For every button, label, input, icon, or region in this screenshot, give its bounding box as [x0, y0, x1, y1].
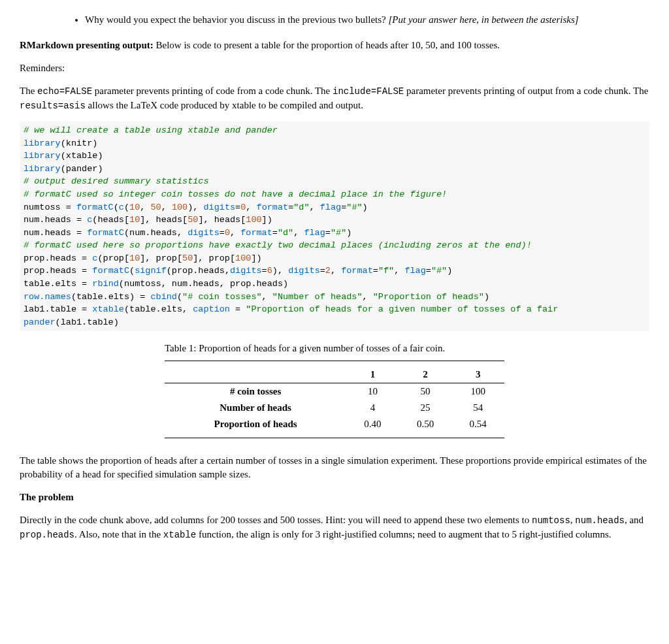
cell: 25 [399, 400, 452, 416]
code-results-asis: results=asis [20, 101, 86, 111]
text: Directly in the code chunk above, add co… [20, 515, 532, 525]
code-line-16: pander(lab1.table) [24, 317, 119, 327]
code-line: # formatC used here so proportions have … [24, 240, 532, 250]
text: . Also, note that in the [74, 529, 163, 539]
cell: 50 [399, 383, 452, 400]
cell: 54 [451, 400, 504, 416]
text: The [20, 86, 37, 96]
text: , and [625, 515, 644, 525]
text: parameter prevents printing of code from… [92, 86, 333, 96]
answer-placeholder: [Put your answer here, in between the as… [389, 14, 579, 25]
rmarkdown-heading: RMarkdown presenting output: [20, 40, 154, 50]
code-line: # formatC used so integer coin tosses do… [24, 189, 447, 199]
reminders-label: Reminders: [20, 61, 649, 75]
cell: 4 [346, 400, 399, 416]
table-explanation: The table shows the proportion of heads … [20, 454, 649, 481]
table-row: Number of heads 4 25 54 [165, 400, 504, 416]
code-keyword: library [24, 138, 61, 148]
rmarkdown-intro: RMarkdown presenting output: Below is co… [20, 39, 649, 52]
code-line-7: numtoss = formatC(c(10, 50, 100), digits… [24, 202, 368, 212]
rmarkdown-intro-rest: Below is code to present a table for the… [154, 40, 500, 50]
code-line-9: num.heads = formatC(num.heads, digits=0,… [24, 228, 351, 238]
table-header-row: 1 2 3 [165, 366, 504, 383]
code-numheads: num.heads [575, 515, 625, 526]
code-text: (xtable) [61, 151, 103, 161]
reminders-paragraph: The echo=FALSE parameter prevents printi… [20, 84, 649, 112]
col-2: 2 [399, 366, 452, 383]
col-3: 3 [451, 366, 504, 383]
code-xtable: xtable [163, 530, 196, 540]
code-line-12: prop.heads = formatC(signif(prop.heads,d… [24, 266, 452, 276]
code-text: (knitr) [61, 138, 98, 148]
cell: 0.50 [399, 416, 452, 432]
code-line-11: prop.heads = c(prop[10], prop[50], prop[… [24, 253, 262, 263]
row-label: Number of heads [165, 400, 346, 416]
problem-paragraph: Directly in the code chunk above, add co… [20, 513, 649, 541]
code-line: # output desired summary statistics [24, 176, 209, 186]
code-echo-false: echo=FALSE [37, 86, 92, 97]
cell: 10 [346, 383, 399, 400]
row-label: # coin tosses [165, 383, 346, 400]
code-include-false: include=FALSE [333, 86, 404, 97]
output-table: 1 2 3 # coin tosses 10 50 100 Number of … [165, 361, 504, 438]
code-line-14: row.names(table.elts) = cbind("# coin to… [24, 292, 489, 302]
code-numtoss: numtoss [532, 515, 570, 526]
cell: 0.40 [346, 416, 399, 432]
output-table-wrap: Table 1: Proportion of heads for a given… [165, 342, 504, 438]
table-row: Proportion of heads 0.40 0.50 0.54 [165, 416, 504, 432]
text: parameter prevents printing of output fr… [404, 86, 648, 96]
table-row: # coin tosses 10 50 100 [165, 383, 504, 400]
cell: 0.54 [451, 416, 504, 432]
cell: 100 [451, 383, 504, 400]
code-keyword: library [24, 164, 61, 174]
r-code-block: # we will create a table using xtable an… [20, 121, 649, 331]
code-propheads: prop.heads [20, 530, 74, 540]
question-bullet-list: Why would you expect the behavior you di… [20, 13, 649, 27]
code-text: (pander) [61, 164, 103, 174]
row-label: Proportion of heads [165, 416, 346, 432]
col-1: 1 [346, 366, 399, 383]
text: allows the LaTeX code produced by xtable… [86, 100, 363, 110]
problem-heading: The problem [20, 491, 649, 504]
table-caption: Table 1: Proportion of heads for a given… [165, 342, 504, 355]
code-line-15: lab1.table = xtable(table.elts, caption … [24, 304, 558, 314]
table-corner [165, 366, 346, 383]
code-line: # we will create a table using xtable an… [24, 125, 278, 135]
code-keyword: library [24, 151, 61, 161]
text: function, the align is only for 3 right-… [196, 529, 611, 539]
code-line-13: table.elts = rbind(numtoss, num.heads, p… [24, 279, 288, 289]
code-line-8: num.heads = c(heads[10], heads[50], head… [24, 215, 272, 225]
question-bullet: Why would you expect the behavior you di… [85, 13, 649, 27]
question-text: Why would you expect the behavior you di… [85, 14, 389, 25]
